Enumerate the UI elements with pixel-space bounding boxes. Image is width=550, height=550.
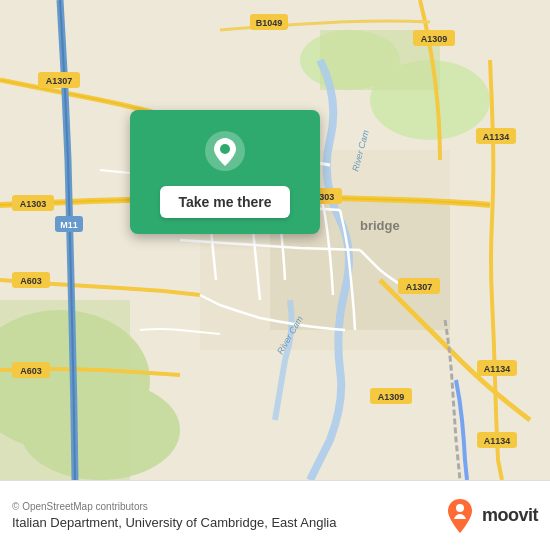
svg-text:M11: M11 (60, 220, 78, 230)
moovit-logo: moovit (444, 497, 538, 535)
copyright-text: © OpenStreetMap contributors (12, 501, 336, 512)
svg-text:B1049: B1049 (256, 18, 283, 28)
svg-text:A1303: A1303 (20, 199, 47, 209)
take-me-there-button[interactable]: Take me there (160, 186, 289, 218)
map-svg: A1303 A1303 A1307 A1307 A1309 A1309 B104… (0, 0, 550, 480)
location-pin-icon (204, 130, 246, 172)
moovit-icon (444, 497, 476, 535)
svg-text:A1134: A1134 (484, 436, 511, 446)
svg-text:A1307: A1307 (46, 76, 73, 86)
info-left: © OpenStreetMap contributors Italian Dep… (12, 501, 336, 530)
svg-text:A1307: A1307 (406, 282, 433, 292)
info-bar: © OpenStreetMap contributors Italian Dep… (0, 480, 550, 550)
svg-text:A1309: A1309 (378, 392, 405, 402)
svg-text:A1134: A1134 (483, 132, 510, 142)
location-name: Italian Department, University of Cambri… (12, 515, 336, 530)
location-card: Take me there (130, 110, 320, 234)
svg-point-40 (456, 504, 464, 512)
svg-text:A1134: A1134 (484, 364, 511, 374)
svg-text:A603: A603 (20, 366, 42, 376)
svg-text:bridge: bridge (360, 218, 400, 233)
svg-text:A603: A603 (20, 276, 42, 286)
map-container: A1303 A1303 A1307 A1307 A1309 A1309 B104… (0, 0, 550, 480)
moovit-brand-text: moovit (482, 505, 538, 526)
svg-rect-3 (0, 300, 130, 480)
svg-point-39 (220, 144, 230, 154)
svg-text:A1309: A1309 (421, 34, 448, 44)
